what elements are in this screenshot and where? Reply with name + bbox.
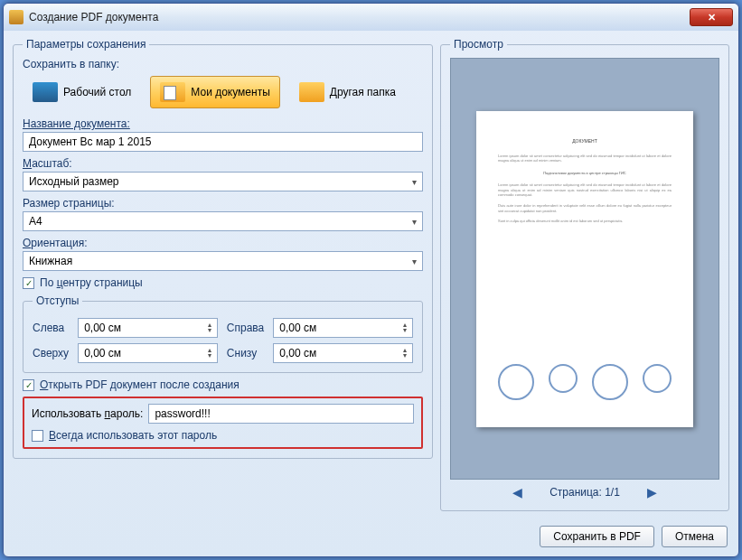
scale-value: Исходный размер (29, 175, 119, 188)
spinner-arrows-icon[interactable]: ▴▾ (208, 322, 211, 333)
pagesize-combo[interactable]: A4 ▾ (23, 211, 423, 231)
preview-area: ДОКУМЕНТ Lorem ipsum dolor sit amet cons… (450, 58, 719, 480)
docname-label: Название документа: (23, 117, 423, 130)
folder-row: Рабочий стол Мои документы Другая папка (23, 76, 423, 108)
pagesize-label: Размер страницы: (23, 197, 423, 210)
always-password-label: Всегда использовать этот пароль (49, 429, 217, 442)
docname-value: Документ Вс мар 1 2015 (29, 135, 152, 148)
always-password-row[interactable]: Всегда использовать этот пароль (32, 429, 414, 442)
open-after-checkbox[interactable]: ✓ (23, 379, 34, 391)
scale-combo[interactable]: Исходный размер ▾ (23, 172, 423, 191)
margin-right-input[interactable]: 0,00 см ▴▾ (273, 318, 413, 338)
margin-bottom-label: Снизу (227, 347, 264, 359)
save-to-label: Сохранить в папку: (23, 58, 423, 70)
folder-mydocs-label: Мои документы (191, 86, 269, 98)
orient-combo[interactable]: Книжная ▾ (23, 251, 423, 271)
docname-input[interactable]: Документ Вс мар 1 2015 (23, 132, 423, 152)
preview-legend: Просмотр (450, 38, 507, 51)
open-after-checkbox-row[interactable]: ✓ Открыть PDF документ после создания (23, 378, 423, 391)
center-checkbox-row[interactable]: ✓ По центру страницы (23, 276, 423, 289)
spinner-arrows-icon[interactable]: ▴▾ (403, 322, 407, 333)
page-indicator: Страница: 1/1 (549, 486, 620, 499)
app-icon (9, 10, 23, 24)
preview-page: ДОКУМЕНТ Lorem ipsum dolor sit amet cons… (476, 111, 693, 427)
folder-desktop-label: Рабочий стол (63, 86, 131, 98)
cancel-button[interactable]: Отмена (662, 526, 728, 547)
folder-mydocs[interactable]: Мои документы (150, 76, 279, 108)
next-page-button[interactable]: ▶ (647, 485, 657, 499)
left-column: Параметры сохранения Сохранить в папку: … (13, 38, 433, 511)
center-label: По центру страницы (40, 276, 143, 289)
dialog-window: Создание PDF документа ✕ Параметры сохра… (3, 3, 739, 557)
titlebar[interactable]: Создание PDF документа ✕ (4, 4, 738, 31)
save-params-fieldset: Параметры сохранения Сохранить в папку: … (13, 38, 433, 459)
stamp-icon (498, 364, 534, 400)
chevron-down-icon: ▾ (412, 177, 417, 187)
close-button[interactable]: ✕ (690, 8, 733, 26)
password-input[interactable]: password!!! (148, 404, 414, 424)
chevron-down-icon: ▾ (412, 217, 417, 227)
orient-value: Книжная (29, 255, 72, 267)
margin-right-label: Справа (227, 322, 264, 334)
password-label: Использовать пароль: (32, 407, 143, 420)
window-title: Создание PDF документа (29, 11, 690, 23)
always-password-checkbox[interactable] (32, 430, 43, 442)
scale-label: Масштаб: (23, 157, 423, 170)
margins-legend: Отступы (33, 294, 82, 307)
pagesize-value: A4 (29, 215, 42, 228)
save-params-legend: Параметры сохранения (23, 38, 149, 51)
margin-left-input[interactable]: 0,00 см ▴▾ (78, 318, 218, 338)
desktop-icon (33, 82, 58, 102)
margin-top-label: Сверху (33, 347, 69, 359)
center-checkbox[interactable]: ✓ (23, 277, 34, 289)
password-value: password!!! (155, 407, 210, 420)
mydocs-icon (160, 82, 185, 102)
stamp-icon (643, 364, 672, 393)
content-area: Параметры сохранения Сохранить в папку: … (4, 31, 738, 518)
pager: ◀ Страница: 1/1 ▶ (450, 480, 719, 501)
margin-top-input[interactable]: 0,00 см ▴▾ (78, 343, 218, 363)
folder-other-label: Другая папка (330, 86, 396, 98)
margin-left-label: Слева (33, 322, 69, 334)
margins-fieldset: Отступы Слева 0,00 см ▴▾ Справа 0,00 см … (23, 294, 423, 373)
prev-page-button[interactable]: ◀ (512, 485, 522, 499)
save-pdf-button[interactable]: Сохранить в PDF (540, 526, 654, 547)
right-column: Просмотр ДОКУМЕНТ Lorem ipsum dolor sit … (440, 38, 729, 511)
folder-icon (299, 82, 324, 102)
folder-desktop[interactable]: Рабочий стол (23, 76, 141, 108)
footer: Сохранить в PDF Отмена (4, 518, 738, 556)
margin-bottom-input[interactable]: 0,00 см ▴▾ (273, 343, 413, 363)
password-box: Использовать пароль: password!!! Всегда … (23, 397, 423, 449)
spinner-arrows-icon[interactable]: ▴▾ (208, 348, 211, 359)
orient-label: Ориентация: (23, 237, 423, 249)
preview-fieldset: Просмотр ДОКУМЕНТ Lorem ipsum dolor sit … (440, 38, 729, 511)
chevron-down-icon: ▾ (412, 257, 417, 266)
spinner-arrows-icon[interactable]: ▴▾ (403, 348, 407, 359)
stamp-icon (592, 364, 628, 400)
open-after-label: Открыть PDF документ после создания (40, 378, 240, 391)
stamp-icon (549, 364, 578, 393)
folder-other[interactable]: Другая папка (289, 76, 406, 108)
